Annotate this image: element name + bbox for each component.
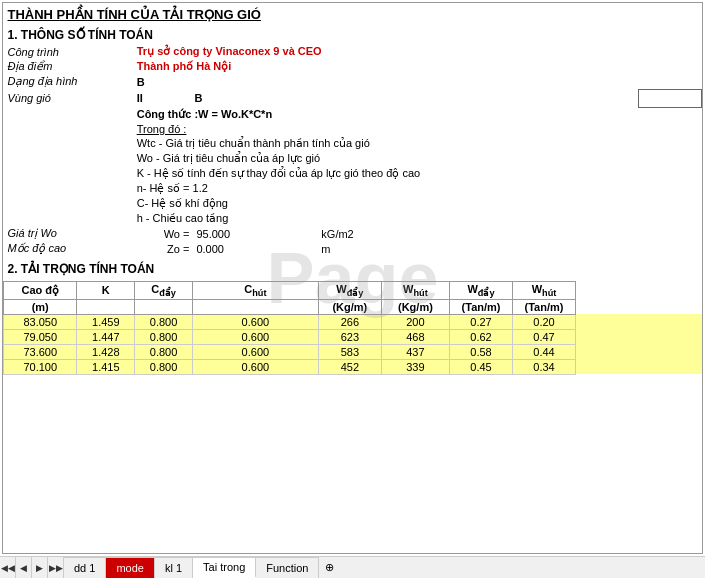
cell-k-2: 1.447 [77, 329, 135, 344]
cell-wday-1: 266 [318, 314, 381, 329]
section1-label: 1. THÔNG SỐ TÍNH TOÁN [4, 26, 639, 44]
cell-cday-4: 0.800 [135, 359, 193, 374]
gia-tri-wo-row: Giá trị Wo Wo = 95.000 kG/m2 [4, 226, 702, 241]
unit-cday [135, 299, 193, 314]
zo-unit: m [318, 241, 381, 256]
vung-gio-value1: II [135, 89, 193, 107]
table-row: 70.100 1.415 0.800 0.600 452 339 0.45 0.… [4, 359, 702, 374]
formula-line5: C- Hệ số khí động [135, 196, 639, 211]
table-row: 79.050 1.447 0.800 0.600 623 468 0.62 0.… [4, 329, 702, 344]
cell-whut-1: 200 [381, 314, 449, 329]
col-header-wday: Wđẩy [318, 281, 381, 299]
tab-kl1[interactable]: kl 1 [155, 557, 193, 578]
dia-diem-row: Địa điểm Thành phố Hà Nội [4, 59, 702, 74]
tab-taitrong-label: Tai trong [203, 561, 245, 573]
unit-wday2: (Tan/m) [450, 299, 513, 314]
formula-line4-row: n- Hệ số = 1.2 [4, 181, 702, 196]
table-row: 73.600 1.428 0.800 0.600 583 437 0.58 0.… [4, 344, 702, 359]
wo-val: 95.000 [192, 226, 318, 241]
tab-nav-prev[interactable]: ◀ [16, 557, 32, 578]
dang-dia-hinh-label: Dạng địa hình [4, 74, 135, 89]
zo-val: 0.000 [192, 241, 318, 256]
cell-whut-4: 339 [381, 359, 449, 374]
unit-whut2: (Tan/m) [513, 299, 576, 314]
cell-wday2-3: 0.58 [450, 344, 513, 359]
dia-diem-value: Thành phố Hà Nội [135, 59, 639, 74]
formula-line4: n- Hệ số = 1.2 [135, 181, 639, 196]
title-row: THÀNH PHẦN TÍNH CỦA TẢI TRỌNG GIÓ [4, 3, 702, 26]
cell-wday2-2: 0.62 [450, 329, 513, 344]
section2-header: 2. TẢI TRỌNG TÍNH TOÁN [4, 260, 702, 278]
col-header-chut: Chút [192, 281, 318, 299]
cell-chut-4: 0.600 [192, 359, 318, 374]
cell-k-4: 1.415 [77, 359, 135, 374]
tab-mode-label: mode [116, 562, 144, 574]
formula-line2-row: Wo - Giá trị tiêu chuẩn của áp lực gió [4, 151, 702, 166]
col-header-cday: Cđẩy [135, 281, 193, 299]
trong-do-label: Trong đó : [135, 122, 639, 136]
formula-row: Công thức :W = Wo.K*C*n [4, 107, 702, 122]
tab-nav-first[interactable]: ◀◀ [0, 557, 16, 578]
cong-trinh-label: Công trình [4, 44, 135, 59]
cell-chut-3: 0.600 [192, 344, 318, 359]
unit-chut [192, 299, 318, 314]
dia-diem-label: Địa điểm [4, 59, 135, 74]
trong-do-row: Trong đó : [4, 122, 702, 136]
tab-nav-next[interactable]: ▶ [32, 557, 48, 578]
tab-function-label: Function [266, 562, 308, 574]
zo-eq: Zo = [135, 241, 193, 256]
cell-whut2-3: 0.44 [513, 344, 576, 359]
unit-caodo: (m) [4, 299, 77, 314]
formula-line3: K - Hệ số tính đến sự thay đổi của áp lự… [135, 166, 639, 181]
tab-dd1[interactable]: dd 1 [64, 557, 106, 578]
tab-function[interactable]: Function [256, 557, 319, 578]
formula-line2: Wo - Giá trị tiêu chuẩn của áp lực gió [135, 151, 639, 166]
tab-nav-last[interactable]: ▶▶ [48, 557, 64, 578]
unit-whut: (Kg/m) [381, 299, 449, 314]
gia-tri-wo-label: Giá trị Wo [4, 226, 135, 241]
section1-header: 1. THÔNG SỐ TÍNH TOÁN [4, 26, 702, 44]
tab-kl1-label: kl 1 [165, 562, 182, 574]
tab-taitrong[interactable]: Tai trong [193, 557, 256, 578]
tab-add-button[interactable]: ⊕ [319, 557, 340, 578]
cell-cday-1: 0.800 [135, 314, 193, 329]
formula-line1: Wtc - Giá trị tiêu chuẩn thành phần tính… [135, 136, 639, 151]
cell-cday-2: 0.800 [135, 329, 193, 344]
col-header-wday2: Wđẩy [450, 281, 513, 299]
formula-label: Công thức :W = Wo.K*C*n [135, 107, 639, 122]
cong-trinh-value: Trụ sở công ty Vinaconex 9 và CEO [135, 44, 639, 59]
moc-do-cao-label: Mốc độ cao [4, 241, 135, 256]
cell-wday2-4: 0.45 [450, 359, 513, 374]
cell-caodo-4: 70.100 [4, 359, 77, 374]
cell-whut2-1: 0.20 [513, 314, 576, 329]
vung-gio-value2: B [192, 89, 318, 107]
unit-wday: (Kg/m) [318, 299, 381, 314]
cell-chut-2: 0.600 [192, 329, 318, 344]
vung-gio-box[interactable] [638, 89, 701, 107]
wo-unit: kG/m2 [318, 226, 381, 241]
table-row: 83.050 1.459 0.800 0.600 266 200 0.27 0.… [4, 314, 702, 329]
cell-caodo-1: 83.050 [4, 314, 77, 329]
cell-caodo-2: 79.050 [4, 329, 77, 344]
cell-whut2-4: 0.34 [513, 359, 576, 374]
cell-wday-3: 583 [318, 344, 381, 359]
cell-cday-3: 0.800 [135, 344, 193, 359]
formula-line5-row: C- Hệ số khí động [4, 196, 702, 211]
tab-bar: ◀◀ ◀ ▶ ▶▶ dd 1 mode kl 1 Tai trong Funct… [0, 556, 705, 578]
tab-mode[interactable]: mode [106, 557, 155, 578]
dang-dia-hinh-value: B [135, 74, 319, 89]
table-header-row1: Cao độ K Cđẩy Chút Wđẩy Whút Wđẩy Whút [4, 281, 702, 299]
plus-icon: ⊕ [325, 561, 334, 574]
cell-k-1: 1.459 [77, 314, 135, 329]
dang-dia-hinh-row: Dạng địa hình B [4, 74, 702, 89]
col-header-k: K [77, 281, 135, 299]
formula-line1-row: Wtc - Giá trị tiêu chuẩn thành phần tính… [4, 136, 702, 151]
cell-wday-2: 623 [318, 329, 381, 344]
tab-dd1-label: dd 1 [74, 562, 95, 574]
vung-gio-row: Vùng gió II B [4, 89, 702, 107]
cell-wday-4: 452 [318, 359, 381, 374]
formula-line6-row: h - Chiều cao tầng [4, 211, 702, 226]
moc-do-cao-row: Mốc độ cao Zo = 0.000 m [4, 241, 702, 256]
table-header-row2: (m) (Kg/m) (Kg/m) (Tan/m) (Tan/m) [4, 299, 702, 314]
main-title: THÀNH PHẦN TÍNH CỦA TẢI TRỌNG GIÓ [4, 3, 639, 26]
